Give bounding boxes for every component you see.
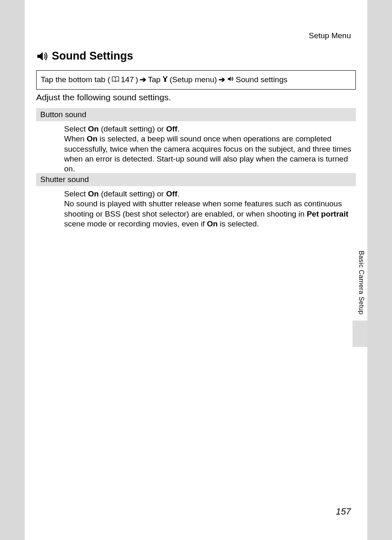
navigation-path: Tap the bottom tab ( 147) ➔ Tap (Setup m…: [36, 70, 356, 90]
body-text: When: [64, 134, 87, 143]
page-number: 157: [336, 506, 351, 517]
bold-on: On: [207, 219, 217, 228]
speaker-icon: [227, 75, 234, 84]
subsection-heading: Button sound: [36, 108, 356, 121]
bold-off: Off: [166, 125, 177, 133]
speaker-icon: [36, 50, 48, 62]
intro-text: Adjust the following sound settings.: [36, 92, 171, 102]
body-text: Select: [64, 125, 88, 133]
bold-on: On: [88, 189, 99, 198]
body-text: (default setting) or: [99, 189, 166, 198]
body-text: scene mode or recording movies, even if: [64, 219, 207, 228]
body-text: (default setting) or: [99, 125, 166, 133]
side-chapter-label: Basic Camera Setup: [357, 251, 365, 315]
book-icon: [112, 75, 119, 84]
bold-on: On: [88, 125, 99, 133]
bold-off: Off: [166, 189, 177, 198]
subsection-body: Select On (default setting) or Off. No s…: [64, 189, 356, 229]
manual-page: Setup Menu Sound Settings Tap the bottom…: [25, 0, 367, 540]
subsection-heading: Shutter sound: [36, 173, 356, 186]
nav-setup: (Setup menu): [170, 75, 217, 84]
arrow-icon: ➔: [140, 75, 146, 84]
nav-post1: ): [136, 75, 138, 84]
nav-sound: Sound settings: [236, 75, 288, 84]
wrench-icon: [162, 75, 168, 84]
subsection-body: Select On (default setting) or Off. When…: [64, 124, 356, 174]
body-text: No sound is played with shutter release …: [64, 199, 342, 218]
body-text: .: [178, 189, 180, 198]
body-text: is selected.: [218, 219, 259, 228]
title-text: Sound Settings: [52, 50, 133, 62]
side-thumb-tab: [353, 321, 367, 347]
arrow-icon: ➔: [219, 75, 225, 84]
section-title: Sound Settings: [36, 50, 133, 62]
running-header: Setup Menu: [309, 31, 351, 40]
bold-pet: Pet portrait: [307, 210, 348, 218]
nav-text: Tap the bottom tab (: [41, 75, 110, 84]
nav-pageref: 147: [121, 75, 134, 84]
nav-tap: Tap: [148, 75, 161, 84]
bold-on: On: [87, 134, 97, 143]
body-text: .: [178, 125, 180, 133]
body-text: Select: [64, 189, 88, 198]
body-text: is selected, a beep will sound once when…: [64, 134, 351, 173]
